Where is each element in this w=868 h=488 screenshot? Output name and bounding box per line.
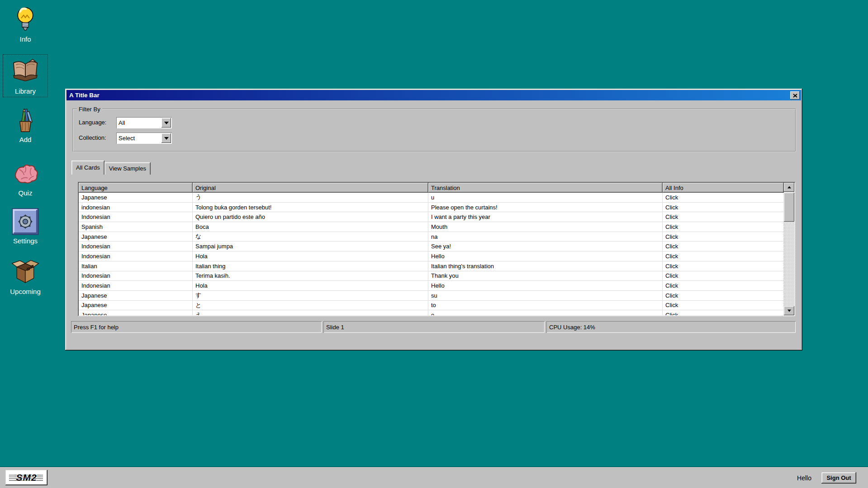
filter-by-group: Filter By Language: All Collection: Sele… (72, 109, 796, 152)
table-cell: Boca (193, 222, 428, 232)
table-cell: Italian thing's translation (428, 261, 663, 271)
desktop-icon-label: Info (19, 35, 31, 43)
language-dropdown[interactable]: All (116, 117, 172, 128)
tab-all-cards[interactable]: All Cards (71, 161, 104, 175)
all-info-cell[interactable]: Click (663, 232, 784, 242)
gear-icon (11, 208, 39, 236)
table-cell: indonesian (79, 203, 193, 212)
status-help: Press F1 for help (71, 321, 322, 333)
tab-view-samples[interactable]: View Samples (104, 162, 151, 175)
desktop-icon-info[interactable]: Info (3, 5, 48, 45)
table-cell: Japanese (79, 193, 193, 202)
table-cell: u (428, 193, 663, 202)
table-cell: Italian (79, 261, 193, 271)
table-cell: Hola (193, 251, 428, 261)
desktop-icon-library[interactable]: Library (3, 54, 48, 97)
all-info-cell[interactable]: Click (663, 222, 784, 232)
table-cell: Indonesian (79, 212, 193, 222)
all-info-cell[interactable]: Click (663, 212, 784, 222)
all-info-cell[interactable]: Click (663, 281, 784, 290)
scroll-down-icon[interactable] (784, 306, 794, 315)
table-cell: Terima kasih. (193, 271, 428, 281)
table-header-row: Language Original Translation All Info (79, 183, 784, 193)
table-row[interactable]: indonesianTolong buka gorden tersebut!Pl… (79, 203, 784, 213)
table-cell: Indonesian (79, 271, 193, 281)
pencil-cup-icon (11, 106, 39, 134)
all-info-cell[interactable]: Click (663, 203, 784, 212)
all-info-cell[interactable]: Click (663, 291, 784, 300)
table-row[interactable]: JapaneseなnaClick (79, 232, 784, 242)
window-titlebar[interactable]: A Title Bar (66, 90, 801, 100)
status-slide: Slide 1 (323, 321, 545, 333)
all-info-cell[interactable]: Click (663, 301, 784, 310)
table-cell: す (193, 291, 428, 300)
table-cell: I want a party this year (428, 212, 663, 222)
column-header-translation[interactable]: Translation (428, 183, 663, 193)
filter-by-label: Filter By (77, 106, 102, 113)
collection-dropdown[interactable]: Select (116, 133, 172, 144)
vertical-scrollbar[interactable] (784, 183, 794, 315)
window-title: A Title Bar (69, 92, 100, 99)
desktop-icon-settings[interactable]: Settings (3, 206, 48, 246)
all-info-cell[interactable]: Click (663, 242, 784, 251)
desktop-icon-quiz[interactable]: Quiz (3, 157, 48, 199)
all-info-cell[interactable]: Click (663, 271, 784, 281)
language-label: Language: (79, 119, 106, 126)
sm2-start-button[interactable]: SM2 (5, 470, 47, 485)
language-dropdown-value: All (116, 119, 161, 126)
desktop: Info Library (0, 0, 868, 488)
table-cell: Tolong buka gorden tersebut! (193, 203, 428, 212)
table-row[interactable]: JapaneseすsuClick (79, 291, 784, 301)
column-header-language[interactable]: Language (79, 183, 193, 193)
chevron-down-icon[interactable] (161, 133, 171, 143)
scroll-up-icon[interactable] (784, 183, 794, 192)
table-row[interactable]: IndonesianQuiero un partido este añoI wa… (79, 212, 784, 222)
tab-label: All Cards (76, 164, 100, 171)
all-info-cell[interactable]: Click (663, 251, 784, 261)
taskbar: SM2 Hello Sign Out (0, 467, 868, 488)
desktop-icon-upcoming[interactable]: Upcoming (3, 256, 48, 297)
table-cell: Mouth (428, 222, 663, 232)
table-row[interactable]: IndonesianHolaHelloClick (79, 251, 784, 261)
all-info-cell[interactable]: Click (663, 193, 784, 202)
table-cell: e (428, 310, 663, 315)
open-book-icon (10, 56, 40, 86)
app-window: A Title Bar Filter By Language: All Coll… (65, 89, 802, 351)
close-button[interactable] (790, 91, 800, 99)
table-row[interactable]: JapaneseとtoClick (79, 301, 784, 311)
collection-dropdown-value: Select (116, 135, 161, 142)
all-info-cell[interactable]: Click (663, 310, 784, 315)
status-bar: Press F1 for help Slide 1 CPU Usage: 14% (71, 321, 796, 333)
tab-label: View Samples (109, 165, 146, 172)
sign-out-button[interactable]: Sign Out (821, 472, 856, 483)
desktop-icon-add[interactable]: Add (3, 105, 48, 145)
table-cell: Spanish (79, 222, 193, 232)
table-row[interactable]: JapaneseえeClick (79, 310, 784, 315)
table-row[interactable]: IndonesianHolaHelloClick (79, 281, 784, 291)
chevron-down-icon[interactable] (161, 118, 171, 128)
table-row[interactable]: IndonesianSampai jumpaSee ya!Click (79, 242, 784, 251)
table-cell: su (428, 291, 663, 300)
table-cell: Sampai jumpa (193, 242, 428, 251)
desktop-icon-label: Quiz (19, 189, 33, 197)
scrollbar-thumb[interactable] (784, 193, 794, 222)
table-cell: Quiero un partido este año (193, 212, 428, 222)
table-body: JapaneseうuClickindonesianTolong buka gor… (79, 193, 784, 315)
table-row[interactable]: JapaneseうuClick (79, 193, 784, 203)
table-cell: Indonesian (79, 242, 193, 251)
desktop-icon-label: Add (19, 136, 32, 143)
table-cell: な (193, 232, 428, 242)
table-cell: Hola (193, 281, 428, 290)
desktop-icon-label: Library (15, 87, 36, 95)
table-row[interactable]: ItalianItalian thingItalian thing's tran… (79, 261, 784, 271)
close-icon (793, 92, 797, 99)
column-header-original[interactable]: Original (193, 183, 428, 193)
column-header-all-info[interactable]: All Info (663, 183, 784, 193)
table-cell: Hello (428, 281, 663, 290)
all-info-cell[interactable]: Click (663, 261, 784, 271)
table-cell: to (428, 301, 663, 310)
table-cell: Japanese (79, 291, 193, 300)
table-row[interactable]: IndonesianTerima kasih.Thank youClick (79, 271, 784, 281)
table-row[interactable]: SpanishBocaMouthClick (79, 222, 784, 232)
table-cell: See ya! (428, 242, 663, 251)
